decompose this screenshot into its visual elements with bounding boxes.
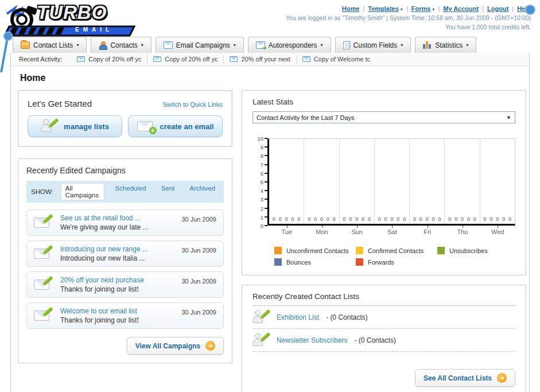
campaign-filter-bar: SHOW: All CampaignsScheduledSentArchived bbox=[26, 181, 224, 203]
header-link-separator: | bbox=[406, 5, 408, 12]
header-link-home[interactable]: Home bbox=[342, 5, 360, 12]
campaign-envelope-edit-icon bbox=[34, 216, 53, 230]
tab-custom-fields[interactable]: Custom Fields▾ bbox=[335, 37, 411, 53]
left-column: Let's Get Started Switch to Quick Links … bbox=[18, 90, 232, 392]
stats-period-select[interactable]: Contact Activity for the Last 7 Days ▼ bbox=[252, 111, 515, 123]
y-tick-label: 6 bbox=[261, 171, 263, 177]
tab-label: Statistics bbox=[435, 41, 463, 49]
campaign-title-link[interactable]: See us at the retail food ... bbox=[60, 214, 174, 222]
credits-text: You have 1,000 total credits left. bbox=[286, 23, 531, 32]
campaign-title-link[interactable]: Welcome to our email list bbox=[60, 307, 174, 315]
filter-sent[interactable]: Sent bbox=[157, 184, 179, 200]
chart-value: 0 bbox=[419, 216, 422, 222]
chart-value: 0 bbox=[473, 216, 476, 222]
chart-value: 0 bbox=[508, 216, 511, 222]
x-tick-label: Mon bbox=[304, 226, 339, 235]
chart-value: 0 bbox=[308, 216, 310, 222]
filter-scheduled[interactable]: Scheduled bbox=[111, 184, 150, 200]
contact-activity-chart: 109876543210 000000000000000000000000000… bbox=[255, 138, 515, 266]
x-tick-label: Thu bbox=[445, 226, 480, 235]
campaign-row: Welcome to our email listThanks for join… bbox=[26, 302, 224, 329]
chart-value: 0 bbox=[362, 216, 364, 222]
legend-item-unsubscribes: Unsubscribes bbox=[437, 247, 515, 254]
header-right: Home|Templates▾|Forms▾|My Account|Logout… bbox=[286, 0, 540, 37]
chart-value: 0 bbox=[297, 216, 300, 222]
legend-label: Bounces bbox=[286, 259, 311, 266]
chart-value: 0 bbox=[467, 216, 470, 222]
tab-contacts[interactable]: Contacts▾ bbox=[91, 37, 151, 53]
view-all-campaigns-label: View All Campaigns bbox=[135, 342, 200, 350]
tab-label: Autoresponders bbox=[269, 41, 317, 49]
filter-archived[interactable]: Archived bbox=[185, 184, 219, 200]
tab-autoresponders[interactable]: Autoresponders▾ bbox=[248, 37, 331, 53]
see-all-contact-lists-label: See All Contact Lists bbox=[424, 374, 492, 382]
chart-value: 0 bbox=[502, 216, 505, 222]
campaign-date: 30 Jun 2009 bbox=[181, 247, 216, 254]
contact-list-name-link[interactable]: Exhibition List bbox=[277, 313, 319, 321]
tab-label: Email Campaigns bbox=[176, 41, 230, 49]
dropdown-arrow-icon: ▾ bbox=[432, 6, 434, 13]
chart-value: 0 bbox=[496, 216, 499, 222]
recent-activity-item[interactable]: Copy of 20% off yc bbox=[147, 55, 223, 64]
chart-value: 0 bbox=[413, 216, 416, 222]
manage-lists-icon bbox=[41, 119, 58, 134]
view-all-campaigns-button[interactable]: View All Campaigns ➔ bbox=[127, 337, 224, 355]
campaign-row: 20% off your next purchaseThanks for joi… bbox=[26, 271, 224, 298]
recent-activity-item-label: 20% off your next bbox=[241, 56, 290, 63]
campaign-title-link[interactable]: 20% off your next purchase bbox=[60, 276, 174, 284]
chart-value: 0 bbox=[384, 216, 387, 222]
tab-contact-lists[interactable]: Contact Lists▾ bbox=[13, 37, 87, 53]
campaign-title-link[interactable]: Introducing our new range ... bbox=[60, 245, 174, 253]
chart-value: 0 bbox=[484, 216, 487, 222]
manage-lists-button[interactable]: manage lists bbox=[28, 115, 122, 137]
app-logo: TURBO EMAIL bbox=[3, 1, 147, 37]
x-tick-label: Wed bbox=[480, 226, 515, 235]
recent-activity-items: Copy of 20% off ycCopy of 20% off yc20% … bbox=[71, 55, 376, 64]
legend-item-unconfirmed-contacts: Unconfirmed Contacts bbox=[274, 247, 352, 254]
recent-activity-item[interactable]: Copy of 20% off yc bbox=[71, 55, 147, 64]
header-link-my-account[interactable]: My Account bbox=[443, 5, 479, 12]
arrow-right-icon: ➔ bbox=[205, 341, 215, 351]
create-email-button[interactable]: + create an email bbox=[128, 115, 223, 137]
campaign-text: Welcome to our email listThanks for join… bbox=[60, 307, 174, 324]
campaign-subtitle: Thanks for joining our list! bbox=[60, 316, 174, 324]
recent-contact-lists-panel: Recently Created Contact Lists Exhibitio… bbox=[242, 285, 526, 392]
y-tick-label: 8 bbox=[261, 153, 263, 159]
dropdown-arrow-icon: ▾ bbox=[401, 42, 403, 48]
y-tick-label: 9 bbox=[261, 145, 263, 150]
chart-value: 0 bbox=[490, 216, 492, 222]
autoresponders-icon bbox=[256, 41, 265, 49]
chart-value: 0 bbox=[368, 216, 371, 222]
recent-activity-item-label: Copy of Welcome tc bbox=[314, 56, 370, 63]
filter-all-campaigns[interactable]: All Campaigns bbox=[61, 184, 104, 200]
chart-x-axis: TueMonSunSatFriThuWed bbox=[269, 226, 515, 235]
campaign-row: See us at the retail food ...We're givin… bbox=[26, 209, 224, 236]
switch-quick-links-link[interactable]: Switch to Quick Links bbox=[162, 101, 223, 108]
recent-activity-item-label: Copy of 20% off yc bbox=[165, 56, 217, 63]
legend-swatch-icon bbox=[437, 247, 445, 254]
y-tick-label: 3 bbox=[261, 197, 263, 203]
header-link-templates[interactable]: Templates▾ bbox=[368, 5, 403, 12]
tab-statistics[interactable]: Statistics▾ bbox=[415, 37, 476, 53]
campaign-date: 30 Jun 2009 bbox=[181, 216, 216, 223]
dropdown-arrow-icon: ▾ bbox=[234, 42, 236, 48]
recent-activity-item[interactable]: 20% off your next bbox=[223, 55, 296, 64]
header-link-separator: | bbox=[512, 5, 514, 12]
contact-list-row: Newsletter Subscribers - (0 Contacts) bbox=[252, 329, 515, 352]
see-all-contact-lists-button[interactable]: See All Contact Lists ➔ bbox=[415, 369, 515, 387]
header-link-separator: | bbox=[482, 5, 484, 12]
tab-email-campaigns[interactable]: Email Campaigns▾ bbox=[156, 37, 244, 53]
campaign-text: 20% off your next purchaseThanks for joi… bbox=[60, 276, 174, 293]
header-link-forms[interactable]: Forms▾ bbox=[411, 5, 435, 12]
contact-list-name-link[interactable]: Newsletter Subscribers bbox=[277, 336, 347, 344]
statistics-icon bbox=[423, 41, 432, 49]
get-started-panel: Let's Get Started Switch to Quick Links … bbox=[18, 90, 232, 147]
contact-lists-icon bbox=[21, 41, 30, 49]
show-label: SHOW: bbox=[31, 188, 53, 195]
recent-activity-item[interactable]: Copy of Welcome tc bbox=[296, 55, 376, 64]
select-arrow-icon: ▼ bbox=[506, 115, 511, 121]
campaigns-panel-title: Recently Edited Campaigns bbox=[26, 166, 224, 175]
envelope-icon bbox=[153, 56, 161, 62]
legend-label: Forwards bbox=[368, 259, 394, 266]
header-link-logout[interactable]: Logout bbox=[487, 5, 508, 12]
